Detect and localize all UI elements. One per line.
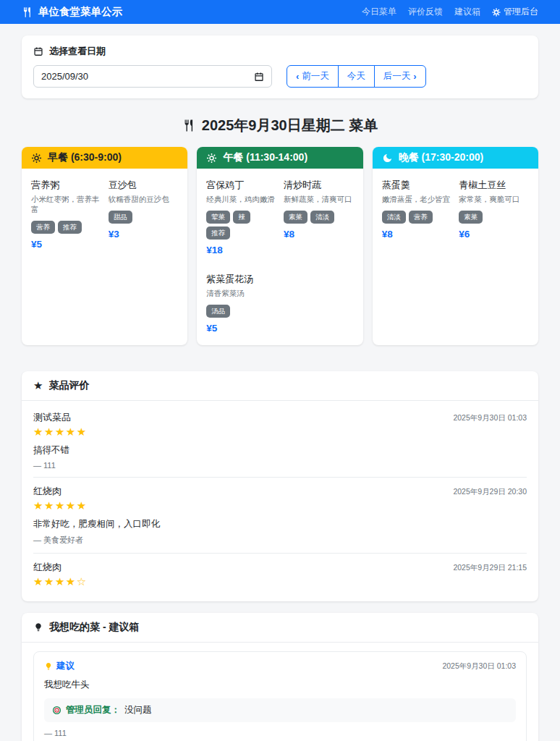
nav-link-suggestions[interactable]: 建议箱 bbox=[454, 6, 480, 18]
lunch-body: 宫保鸡丁 经典川菜，鸡肉嫩滑 荤菜 辣 推荐 ¥18 清炒时蔬 新鲜蔬菜，清爽可… bbox=[197, 169, 362, 345]
meal-row: 早餐 (6:30-9:00) 营养粥 小米红枣粥，营养丰富 营养 推荐 ¥5 豆… bbox=[22, 147, 538, 345]
reviews-section: ★ 菜品评价 测试菜品 2025年9月30日 01:03 ★★★★★ 搞得不错 … bbox=[22, 371, 538, 601]
suggestion-content: 我想吃牛头 bbox=[44, 679, 516, 691]
date-picker-card: 选择查看日期 2025/09/30 ‹ 前一天 今 bbox=[22, 35, 538, 98]
target-icon bbox=[52, 706, 61, 715]
nav-link-today-menu[interactable]: 今日菜单 bbox=[362, 6, 396, 18]
date-input[interactable]: 2025/09/30 bbox=[33, 65, 272, 88]
dish-name: 紫菜蛋花汤 bbox=[206, 273, 276, 286]
dinner-header: 晚餐 (17:30-20:00) bbox=[373, 147, 538, 169]
star-rating: ★★★★★ bbox=[33, 499, 527, 512]
dish-tag: 辣 bbox=[233, 211, 250, 224]
dish-tags: 荤菜 辣 推荐 bbox=[206, 211, 276, 240]
dish-price: ¥3 bbox=[109, 229, 179, 240]
dish-tag: 荤菜 bbox=[206, 211, 230, 224]
dish-name: 青椒土豆丝 bbox=[459, 179, 529, 192]
dish-price: ¥5 bbox=[206, 323, 276, 334]
breakfast-title: 早餐 (6:30-9:00) bbox=[48, 151, 122, 164]
dish: 清炒时蔬 新鲜蔬菜，清爽可口 素菜 清淡 ¥8 bbox=[284, 179, 354, 255]
dish-price: ¥5 bbox=[31, 239, 101, 250]
review-comment: 非常好吃，肥瘦相间，入口即化 bbox=[33, 518, 527, 530]
dinner-body: 蒸蛋羹 嫩滑蒸蛋，老少皆宜 清淡 营养 ¥8 青椒土豆丝 家常菜，爽脆可口 素菜… bbox=[373, 169, 538, 251]
nav-link-admin[interactable]: 管理后台 bbox=[492, 6, 538, 18]
review-author: — 111 bbox=[33, 461, 527, 470]
dish-tag: 推荐 bbox=[58, 221, 82, 234]
lunch-header: 午餐 (11:30-14:00) bbox=[197, 147, 362, 169]
lightbulb-icon bbox=[44, 662, 53, 671]
dish-desc: 嫩滑蒸蛋，老少皆宜 bbox=[382, 195, 452, 205]
reviews-title: 菜品评价 bbox=[48, 379, 89, 392]
suggestion-item: 建议 2025年9月30日 01:03 我想吃牛头 管理员回复： 没问题 bbox=[33, 651, 527, 741]
dish-tag: 素菜 bbox=[459, 211, 483, 224]
dish: 紫菜蛋花汤 清香紫菜汤 汤品 ¥5 bbox=[206, 273, 276, 334]
today-label: 今天 bbox=[347, 70, 365, 82]
dish-price: ¥18 bbox=[206, 245, 276, 255]
dish-desc: 清香紫菜汤 bbox=[206, 289, 276, 299]
review-comment: 搞得不错 bbox=[33, 444, 527, 457]
review-item: 红烧肉 2025年9月29日 21:15 ★★★★☆ bbox=[33, 554, 527, 593]
dish: 青椒土豆丝 家常菜，爽脆可口 素菜 ¥6 bbox=[459, 179, 529, 240]
dish: 营养粥 小米红枣粥，营养丰富 营养 推荐 ¥5 bbox=[31, 179, 101, 250]
dish-tag: 清淡 bbox=[382, 211, 406, 224]
review-head: 红烧肉 2025年9月29日 20:30 bbox=[33, 485, 527, 498]
review-date: 2025年9月29日 21:15 bbox=[453, 563, 527, 573]
review-author: — 美食爱好者 bbox=[33, 535, 527, 546]
dish-desc: 家常菜，爽脆可口 bbox=[459, 195, 529, 205]
lightbulb-icon bbox=[33, 622, 43, 632]
date-picker-label-row: 选择查看日期 bbox=[33, 45, 527, 58]
dish-tags: 营养 推荐 bbox=[31, 221, 101, 234]
dish-tag: 素菜 bbox=[284, 211, 307, 224]
star-rating: ★★★★★ bbox=[33, 425, 527, 439]
review-head: 红烧肉 2025年9月29日 21:15 bbox=[33, 561, 527, 574]
date-input-value: 2025/09/30 bbox=[41, 71, 88, 82]
page-main: 选择查看日期 2025/09/30 ‹ 前一天 今 bbox=[22, 35, 538, 741]
sun-icon bbox=[206, 153, 217, 164]
breakfast-body: 营养粥 小米红枣粥，营养丰富 营养 推荐 ¥5 豆沙包 软糯香甜的豆沙包 甜品 … bbox=[22, 169, 187, 261]
meal-card-lunch: 午餐 (11:30-14:00) 宫保鸡丁 经典川菜，鸡肉嫩滑 荤菜 辣 推荐 … bbox=[197, 147, 362, 345]
brand-link[interactable]: 单位食堂菜单公示 bbox=[22, 5, 122, 19]
nav-link-admin-label: 管理后台 bbox=[504, 6, 538, 18]
navbar-inner: 单位食堂菜单公示 今日菜单 评价反馈 建议箱 管理后台 bbox=[22, 5, 538, 19]
brand-title: 单位食堂菜单公示 bbox=[38, 5, 122, 19]
date-picker-label: 选择查看日期 bbox=[49, 45, 106, 58]
admin-reply-label: 管理员回复： bbox=[66, 704, 120, 716]
dish-price: ¥8 bbox=[284, 229, 354, 240]
review-head: 测试菜品 2025年9月30日 01:03 bbox=[33, 411, 527, 424]
review-dish-name: 红烧肉 bbox=[33, 561, 61, 574]
nav-link-reviews[interactable]: 评价反馈 bbox=[408, 6, 443, 18]
dish-desc: 新鲜蔬菜，清爽可口 bbox=[284, 195, 354, 205]
dish-tag: 营养 bbox=[31, 221, 55, 234]
dish-tag: 甜品 bbox=[109, 211, 132, 224]
dish-tag: 汤品 bbox=[206, 305, 230, 318]
app-header: 单位食堂菜单公示 今日菜单 评价反馈 建议箱 管理后台 bbox=[0, 0, 560, 24]
chevron-left-icon: ‹ bbox=[296, 71, 299, 82]
dish-desc: 小米红枣粥，营养丰富 bbox=[31, 195, 101, 215]
breakfast-header: 早餐 (6:30-9:00) bbox=[22, 147, 187, 169]
suggestion-date: 2025年9月30日 01:03 bbox=[442, 661, 516, 672]
review-item: 测试菜品 2025年9月30日 01:03 ★★★★★ 搞得不错 — 111 bbox=[33, 404, 527, 478]
dish: 宫保鸡丁 经典川菜，鸡肉嫩滑 荤菜 辣 推荐 ¥18 bbox=[206, 179, 276, 255]
suggestion-badge: 建议 bbox=[44, 660, 75, 672]
day-nav-button-group: ‹ 前一天 今天 后一天 › bbox=[287, 65, 426, 88]
dish-desc: 经典川菜，鸡肉嫩滑 bbox=[206, 195, 276, 205]
dish-tag: 清淡 bbox=[310, 211, 334, 224]
review-dish-name: 红烧肉 bbox=[33, 485, 61, 498]
dinner-title: 晚餐 (17:30-20:00) bbox=[399, 151, 484, 164]
next-day-button[interactable]: 后一天 › bbox=[374, 65, 426, 88]
reviews-header: ★ 菜品评价 bbox=[22, 371, 538, 401]
dish-tags: 素菜 清淡 bbox=[284, 211, 354, 224]
suggestion-author: — 111 bbox=[44, 729, 516, 737]
review-date: 2025年9月30日 01:03 bbox=[453, 413, 527, 423]
lunch-title: 午餐 (11:30-14:00) bbox=[223, 151, 307, 164]
today-button[interactable]: 今天 bbox=[338, 65, 375, 88]
sun-icon bbox=[31, 153, 42, 164]
admin-reply-text: 没问题 bbox=[124, 704, 152, 716]
star-icon: ★ bbox=[33, 379, 43, 392]
dish-name: 蒸蛋羹 bbox=[382, 179, 452, 192]
suggestions-title: 我想吃的菜 - 建议箱 bbox=[49, 621, 139, 634]
star-rating: ★★★★☆ bbox=[33, 575, 527, 588]
prev-day-button[interactable]: ‹ 前一天 bbox=[287, 65, 339, 88]
dish: 豆沙包 软糯香甜的豆沙包 甜品 ¥3 bbox=[109, 179, 179, 250]
dish-name: 清炒时蔬 bbox=[284, 179, 354, 192]
suggestion-head: 建议 2025年9月30日 01:03 bbox=[44, 660, 516, 672]
